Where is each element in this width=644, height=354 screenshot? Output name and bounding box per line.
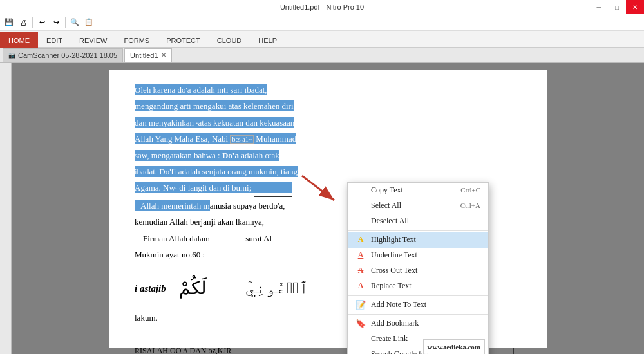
tab-forms[interactable]: FORMS bbox=[115, 32, 158, 48]
document-tabs: 📷 CamScanner 05-28-2021 18.05 Untitled1 … bbox=[0, 48, 644, 63]
tab-cloud[interactable]: CLOUD bbox=[209, 32, 251, 48]
crossout-icon: A bbox=[355, 266, 366, 276]
doc-tab-camscanner[interactable]: 📷 CamScanner 05-28-2021 18.05 bbox=[3, 48, 123, 62]
ctx-deselect-all[interactable]: Deselect All bbox=[348, 214, 488, 229]
pdf-line-4: Allah Yang Maha Esa, Nabi bcs a1~ Muhamm… bbox=[135, 131, 521, 146]
ctx-copy-shortcut: Ctrl+C bbox=[460, 184, 480, 197]
context-menu: Copy Text Ctrl+C Select All Ctrl+A Desel… bbox=[347, 182, 489, 354]
ctx-add-bookmark[interactable]: 🔖 Add Bookmark bbox=[348, 316, 488, 331]
ctx-highlight-label: Highlight Text bbox=[371, 233, 416, 247]
ctx-select-all[interactable]: Select All Ctrl+A bbox=[348, 198, 488, 214]
ctx-underline-text[interactable]: A Underline Text bbox=[348, 248, 488, 263]
ctx-deselect-all-label: Deselect All bbox=[371, 214, 409, 228]
ctx-select-all-shortcut: Ctrl+A bbox=[460, 200, 480, 212]
deselect-all-icon bbox=[355, 216, 366, 227]
save-button[interactable]: 💾 bbox=[3, 16, 15, 29]
clipboard-button[interactable]: 📋 bbox=[82, 16, 95, 29]
ribbon-tabs: HOME EDIT REVIEW FORMS PROTECT CLOUD HEL… bbox=[0, 31, 644, 48]
minimize-button[interactable]: ─ bbox=[590, 0, 608, 14]
pdf-line-6: ibadat. Do'fi adalah senjata orang mukmi… bbox=[135, 164, 521, 179]
ctx-copy-label: Copy Text bbox=[371, 183, 403, 198]
window-title: Untitled1.pdf - Nitro Pro 10 bbox=[280, 3, 364, 11]
doc-tab-close-button[interactable]: ✕ bbox=[161, 51, 166, 59]
ctx-separator-3 bbox=[348, 314, 488, 315]
sidebar bbox=[0, 63, 12, 354]
main-area: Oleh karena do'a adalah inti sari ibadat… bbox=[0, 63, 644, 354]
tab-review[interactable]: REVIEW bbox=[71, 32, 115, 48]
watermark: www.tedieka.com bbox=[423, 339, 486, 354]
camera-icon: 📷 bbox=[8, 52, 15, 59]
tab-protect[interactable]: PROTECT bbox=[158, 32, 209, 48]
doc-tab-untitled1[interactable]: Untitled1 ✕ bbox=[124, 48, 171, 62]
toolbar-separator bbox=[32, 17, 33, 28]
select-all-icon bbox=[355, 201, 366, 211]
tab-help[interactable]: HELP bbox=[250, 32, 285, 48]
highlight-icon: A bbox=[355, 235, 366, 245]
pdf-line-2: mengandung arti mengakui atas kelemahen … bbox=[135, 98, 521, 113]
ctx-replace-text[interactable]: A Replace Text bbox=[348, 279, 488, 294]
maximize-button[interactable]: □ bbox=[608, 0, 626, 14]
doc-tab-untitled1-label: Untitled1 bbox=[130, 51, 158, 59]
tab-edit[interactable]: EDIT bbox=[38, 32, 71, 48]
pdf-area: Oleh karena do'a adalah inti sari ibadat… bbox=[12, 63, 644, 354]
undo-button[interactable]: ↩ bbox=[35, 16, 48, 29]
note-icon: 📝 bbox=[355, 300, 366, 310]
ctx-add-bookmark-label: Add Bookmark bbox=[371, 317, 419, 331]
ctx-add-note-label: Add Note To Text bbox=[371, 298, 426, 312]
ctx-underline-label: Underline Text bbox=[371, 248, 417, 263]
highlighted-text: Oleh karena do'a adalah inti sari ibadat… bbox=[135, 84, 267, 95]
ctx-create-link-label: Create Link bbox=[371, 332, 408, 346]
link-icon bbox=[355, 334, 366, 344]
redo-button[interactable]: ↪ bbox=[50, 16, 62, 29]
search-google-icon bbox=[355, 349, 366, 354]
copy-icon bbox=[355, 185, 366, 196]
pdf-line-3: dan menyakinkan ·atas kekuatan dan kekua… bbox=[135, 115, 521, 130]
arabic-text: لَكُمْ bbox=[179, 272, 207, 304]
arabic-latin: i astajib bbox=[135, 280, 166, 297]
pdf-page: Oleh karena do'a adalah inti sari ibadat… bbox=[109, 70, 547, 348]
zoom-button[interactable]: 🔍 bbox=[68, 16, 81, 29]
underline-icon: A bbox=[355, 250, 366, 261]
tab-home[interactable]: HOME bbox=[0, 32, 38, 48]
pdf-line-5: saw, mengatakan bahwa : Do'a adalah otak bbox=[135, 148, 521, 163]
ctx-separator-1 bbox=[348, 230, 488, 231]
close-button[interactable]: ✕ bbox=[626, 0, 644, 14]
ctx-copy-text[interactable]: Copy Text Ctrl+C bbox=[348, 183, 488, 198]
window-controls[interactable]: ─ □ ✕ bbox=[590, 0, 644, 14]
ctx-replace-label: Replace Text bbox=[371, 279, 412, 293]
doc-tab-camscanner-label: CamScanner 05-28-2021 18.05 bbox=[18, 51, 117, 59]
ctx-select-all-label: Select All bbox=[371, 199, 401, 213]
arabic-text-2: ٱدۡعُونِيٓ bbox=[245, 274, 309, 304]
ctx-add-note[interactable]: 📝 Add Note To Text bbox=[348, 297, 488, 313]
pdf-line-1: Oleh karena do'a adalah inti sari ibadat… bbox=[135, 82, 521, 97]
ctx-highlight-text[interactable]: A Highlight Text bbox=[348, 232, 488, 248]
toolbar-separator-2 bbox=[65, 17, 66, 28]
ctx-separator-2 bbox=[348, 295, 488, 296]
ctx-crossout-label: Cross Out Text bbox=[371, 264, 417, 278]
ctx-crossout-text[interactable]: A Cross Out Text bbox=[348, 263, 488, 279]
quick-access-toolbar: 💾 🖨 ↩ ↪ 🔍 📋 bbox=[0, 14, 644, 31]
title-bar: Untitled1.pdf - Nitro Pro 10 ─ □ ✕ bbox=[0, 0, 644, 14]
bookmark-icon: 🔖 bbox=[355, 319, 366, 329]
print-button[interactable]: 🖨 bbox=[17, 16, 30, 29]
replace-icon: A bbox=[355, 281, 366, 292]
